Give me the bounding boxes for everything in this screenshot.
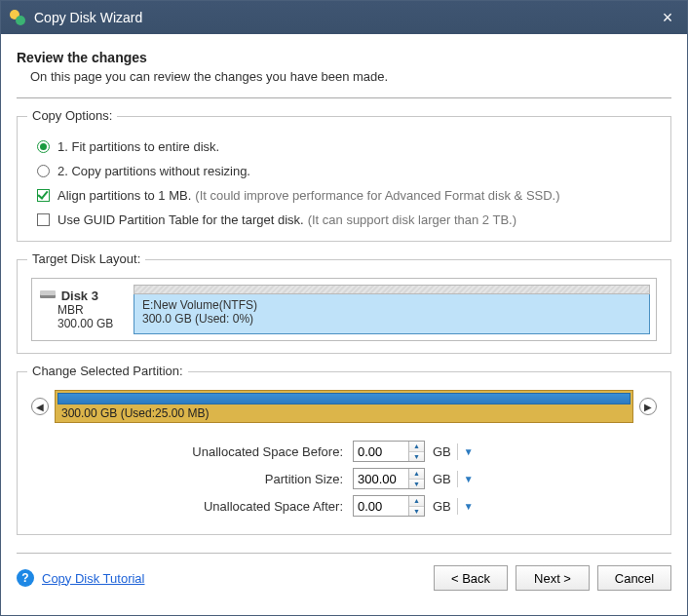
titlebar[interactable]: Copy Disk Wizard × [1,1,687,34]
disk-type: MBR [57,303,132,317]
disk-name: Disk 3 [61,289,98,303]
option-copy-no-resize[interactable]: 2. Copy partitions without resizing. [37,164,657,178]
back-button[interactable]: < Back [434,565,508,591]
disk-size: 300.00 GB [57,317,132,330]
row-partition-size: Partition Size: ▲ ▼ GB ▼ [168,468,657,489]
partition-title: E:New Volume(NTFS) [142,298,641,312]
help-link[interactable]: Copy Disk Tutorial [42,571,144,586]
option-guid-label: Use GUID Partition Table for the target … [57,212,304,227]
copy-options-legend: Copy Options: [27,108,117,123]
content-area: Review the changes On this page you can … [1,34,687,535]
row-unalloc-after: Unallocated Space After: ▲ ▼ GB ▼ [168,495,657,517]
input-partition-size[interactable] [354,469,408,488]
unit-size: GB [433,472,451,486]
spin-down-icon[interactable]: ▼ [409,452,424,462]
footer: ? Copy Disk Tutorial < Back Next > Cance… [1,554,687,602]
option-align-hint: (It could improve performance for Advanc… [195,188,559,203]
chevron-right-icon: ▶ [644,402,652,412]
spinner-partition-size[interactable]: ▲ ▼ [353,468,425,489]
next-button[interactable]: Next > [516,565,590,591]
radio-icon[interactable] [37,140,50,153]
unit-after: GB [433,499,451,514]
window-title: Copy Disk Wizard [34,10,656,25]
option-fit-label: 1. Fit partitions to entire disk. [57,139,219,154]
help-icon[interactable]: ? [17,569,34,587]
checkbox-icon[interactable] [37,213,50,226]
label-unalloc-after: Unallocated Space After: [168,499,353,514]
partition-used-strip [57,393,631,404]
page-heading: Review the changes [17,50,671,65]
spinner-unalloc-after[interactable]: ▲ ▼ [353,495,425,517]
unit-before: GB [433,444,451,459]
disk-icon [40,289,56,303]
page-description: On this page you can review the changes … [30,69,671,84]
prev-partition-button[interactable]: ◀ [31,398,49,415]
change-partition-group: Change Selected Partition: ◀ 300.00 GB (… [17,371,671,535]
option-align-label: Align partitions to 1 MB. [57,188,191,203]
svg-rect-3 [40,290,56,295]
spin-up-icon[interactable]: ▲ [409,442,424,452]
svg-point-1 [16,16,25,25]
change-partition-legend: Change Selected Partition: [27,364,188,378]
disk-partition-block[interactable]: E:New Volume(NTFS) 300.0 GB (Used: 0%) [134,294,650,334]
option-guid[interactable]: Use GUID Partition Table for the target … [37,212,657,227]
chevron-left-icon: ◀ [36,402,44,412]
cancel-button[interactable]: Cancel [597,565,671,591]
row-unalloc-before: Unallocated Space Before: ▲ ▼ GB ▼ [168,441,657,462]
disk-bar-header [134,285,650,294]
next-partition-button[interactable]: ▶ [639,398,657,415]
radio-icon[interactable] [37,165,50,177]
partition-resize-bar[interactable]: 300.00 GB (Used:25.00 MB) [55,390,633,423]
app-icon [9,9,26,26]
unit-dropdown-after[interactable]: ▼ [457,498,474,515]
close-icon[interactable]: × [656,8,679,28]
option-guid-hint: (It can support disk larger than 2 TB.) [308,212,516,227]
spinner-unalloc-before[interactable]: ▲ ▼ [353,441,425,462]
option-align-1mb[interactable]: Align partitions to 1 MB. (It could impr… [37,188,657,203]
target-disk-group: Target Disk Layout: Disk 3 MBR 300.00 GB [17,259,671,354]
spin-up-icon[interactable]: ▲ [409,496,424,507]
partition-bar-label: 300.00 GB (Used:25.00 MB) [56,404,632,420]
spin-down-icon[interactable]: ▼ [409,507,424,517]
label-partition-size: Partition Size: [168,472,353,486]
option-copy-no-resize-label: 2. Copy partitions without resizing. [57,164,250,178]
target-disk-legend: Target Disk Layout: [27,251,145,266]
disk-layout-bar[interactable]: E:New Volume(NTFS) 300.0 GB (Used: 0%) [134,285,650,334]
spin-down-icon[interactable]: ▼ [409,480,424,489]
spin-up-icon[interactable]: ▲ [409,469,424,480]
label-unalloc-before: Unallocated Space Before: [168,444,353,459]
disk-row[interactable]: Disk 3 MBR 300.00 GB E:New Volume(NTFS) … [31,278,657,341]
option-fit-partitions[interactable]: 1. Fit partitions to entire disk. [37,139,657,154]
divider [17,97,671,98]
unit-dropdown-size[interactable]: ▼ [457,471,474,487]
unit-dropdown-before[interactable]: ▼ [457,443,474,460]
copy-options-group: Copy Options: 1. Fit partitions to entir… [17,116,671,242]
input-unalloc-after[interactable] [354,496,408,516]
checkbox-icon[interactable] [37,189,50,202]
disk-info: Disk 3 MBR 300.00 GB [38,285,134,334]
input-unalloc-before[interactable] [354,442,408,461]
partition-usage: 300.0 GB (Used: 0%) [142,312,641,326]
